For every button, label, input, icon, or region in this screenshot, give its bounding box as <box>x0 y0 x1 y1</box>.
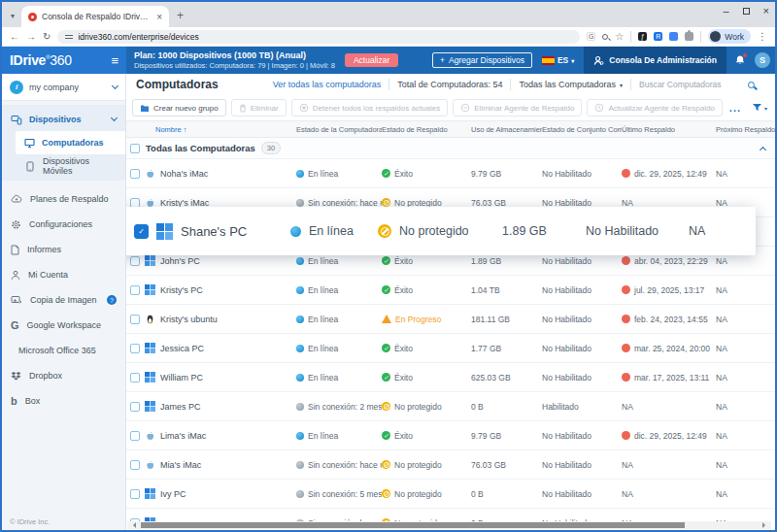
column-uso-almacenamiento[interactable]: Uso de Almacenamiento <box>471 125 542 134</box>
delete-button[interactable]: Eliminar <box>231 99 287 116</box>
sidebar-item-dispositivos[interactable]: Dispositivos <box>2 108 125 131</box>
sidebar-item-planes-de-respaldo[interactable]: Planes de Respaldo <box>2 186 125 212</box>
forward-icon[interactable]: → <box>26 31 36 42</box>
browser-menu-icon[interactable]: ⋮ <box>758 31 767 42</box>
row-checkbox[interactable]: ✓ <box>134 224 149 239</box>
column-ultimo-respaldo[interactable]: Último Respaldo <box>622 125 716 134</box>
column-estado-respaldo[interactable]: Estado de Respaldo <box>382 125 471 134</box>
sidebar-item-mi-cuenta[interactable]: Mi Cuenta <box>2 262 125 287</box>
sidebar-item-box[interactable]: b Box <box>2 388 125 414</box>
reload-icon[interactable]: ↻ <box>43 31 51 42</box>
company-selector[interactable]: i my company <box>2 74 125 101</box>
address-bar[interactable]: idrive360.com/enterprise/devices <box>57 30 580 44</box>
table-row[interactable]: Noha's iMacEn línea✓Éxito9.79 GBNo Habil… <box>126 159 775 188</box>
row-checkbox[interactable] <box>130 198 140 208</box>
column-nombre[interactable]: Nombre ↑ <box>126 125 296 134</box>
sidebar-item-microsoft-office-365[interactable]: Microsoft Office 365 <box>2 338 125 363</box>
extensions-puzzle-icon[interactable] <box>685 32 693 41</box>
view-all-link[interactable]: Ver todas las computadoras <box>273 80 382 89</box>
magnified-row-shanes-pc[interactable]: ✓Shane's PCEn líneaNo protegido1.89 GBNo… <box>126 207 756 255</box>
window-minimize-button[interactable]: – <box>723 5 728 17</box>
translate-icon[interactable]: G <box>587 32 595 41</box>
row-checkbox[interactable] <box>130 169 140 179</box>
group-row-todas-las-computadoras[interactable]: Todas las Computadoras 30 <box>126 138 775 159</box>
hamburger-menu-icon[interactable]: ≡ <box>111 53 118 68</box>
tab-close-icon[interactable]: × <box>156 12 162 22</box>
storage-usage: 9.79 GB <box>471 169 501 179</box>
language-selector[interactable]: ES ▾ <box>542 55 574 65</box>
browser-tab[interactable]: Consola de Respaldo IDrive® 3 × <box>21 6 169 27</box>
window-maximize-button[interactable] <box>743 8 750 15</box>
upgrade-button[interactable]: Actualizar <box>345 53 398 67</box>
remove-agent-button[interactable]: Eliminar Agente de Respaldo <box>453 99 582 116</box>
row-checkbox[interactable] <box>130 431 140 441</box>
scroll-right-arrow-icon[interactable] <box>762 522 768 528</box>
user-avatar[interactable]: S <box>755 52 770 68</box>
site-settings-icon[interactable] <box>65 33 73 41</box>
row-checkbox[interactable] <box>130 373 140 382</box>
sidebar-item-informes[interactable]: Informes <box>2 237 125 262</box>
row-checkbox[interactable] <box>130 460 140 470</box>
sidebar-item-configuraciones[interactable]: Configuraciones <box>2 212 125 237</box>
group-filter-dropdown[interactable]: Todas las Computadoras ▾ <box>519 80 623 89</box>
zoom-icon[interactable] <box>602 34 608 40</box>
scroll-left-arrow-icon[interactable] <box>130 522 136 528</box>
next-backup: NA <box>716 256 727 266</box>
search-input[interactable] <box>639 80 748 89</box>
create-group-button[interactable]: Crear nuevo grupo <box>132 99 226 116</box>
column-estado-computadora[interactable]: Estado de la Computadora <box>296 125 382 134</box>
table-row[interactable]: James PCSin conexión: 2 mes(...No proteg… <box>126 392 775 421</box>
table-row[interactable]: William PCEn línea✓Éxito625.03 GBNo Habi… <box>126 363 775 392</box>
row-checkbox[interactable] <box>130 489 140 499</box>
sidebar-item-computadoras[interactable]: Computadoras <box>16 131 125 154</box>
sidebar-item-copia-de-imagen[interactable]: Copia de Imagen ? <box>2 287 125 313</box>
device-name: William PC <box>160 373 203 382</box>
row-checkbox[interactable] <box>130 344 140 353</box>
table-row[interactable]: Ivy PCSin conexión: 5 mes(...No protegid… <box>126 480 775 509</box>
table-cell: Sin conexión: 5 mes(... <box>296 489 382 499</box>
admin-console-button[interactable]: Consola De Administración <box>584 47 726 74</box>
collapse-icon[interactable] <box>760 146 766 152</box>
sidebar-item-google-workspace[interactable]: G Google Workspace <box>2 313 125 338</box>
sidebar-item-dropbox[interactable]: Dropbox <box>2 363 125 388</box>
row-checkbox[interactable] <box>130 315 140 324</box>
table-row[interactable]: Jessica PCEn línea✓Éxito1.77 GBNo Habili… <box>126 334 775 363</box>
table-row[interactable]: Mia's iMacSin conexión: hace u...No prot… <box>126 450 775 480</box>
bookmark-star-icon[interactable]: ☆ <box>615 31 624 42</box>
alert-status-icon <box>622 169 630 178</box>
table-row[interactable]: Lima's iMacEn línea✓Éxito9.79 GBNo Habil… <box>126 421 775 450</box>
table-cell: No Habilitado <box>542 198 622 208</box>
table-cell: NA <box>716 460 775 470</box>
extension-icon-3[interactable] <box>669 32 678 41</box>
stop-backups-button[interactable]: Detener todos los respaldos actuales <box>291 99 449 116</box>
window-close-button[interactable]: × <box>763 5 769 17</box>
search-icon[interactable] <box>748 82 755 88</box>
table-row[interactable]: Kristy's PCEn línea✓Éxito1.04 TBNo Habil… <box>126 276 775 305</box>
row-checkbox[interactable] <box>130 256 140 266</box>
new-tab-button[interactable]: + <box>177 9 184 22</box>
column-conjunto-completo[interactable]: Estado de Conjunto Completo <box>542 125 622 134</box>
browser-profile[interactable]: Work <box>708 29 751 44</box>
scrollbar-thumb[interactable] <box>141 522 685 528</box>
row-checkbox[interactable] <box>130 285 140 295</box>
extension-icon-2[interactable]: R <box>654 32 662 41</box>
group-checkbox[interactable] <box>130 144 140 153</box>
table-row[interactable]: Kristy's ubuntuEn líneaEn Progreso181.11… <box>126 305 775 334</box>
row-checkbox[interactable] <box>130 402 140 412</box>
update-agent-button[interactable]: Actualizar Agente de Respaldo <box>587 99 722 116</box>
device-name-cell: James PC <box>126 401 296 412</box>
table-cell: ✓Éxito <box>382 256 471 266</box>
sidebar-item-dispositivos-moviles[interactable]: Dispositivos Móviles <box>2 154 125 178</box>
add-devices-button[interactable]: + Agregar Dispositivos <box>432 52 532 68</box>
back-icon[interactable]: ← <box>10 31 19 42</box>
horizontal-scrollbar[interactable] <box>127 521 771 529</box>
extension-icon-1[interactable]: ƒ <box>638 32 647 41</box>
more-actions-button[interactable]: ... <box>729 102 741 114</box>
filter-button[interactable]: ▾ <box>752 103 767 113</box>
online-status-icon <box>296 286 304 294</box>
column-proximo-respaldo[interactable]: Próximo Respaldo <box>716 125 775 134</box>
device-name-cell: Jessica PC <box>126 343 296 353</box>
tab-search-icon[interactable]: ▾ <box>6 9 19 22</box>
help-badge[interactable]: ? <box>107 295 117 305</box>
notifications-bell-icon[interactable] <box>734 54 746 66</box>
